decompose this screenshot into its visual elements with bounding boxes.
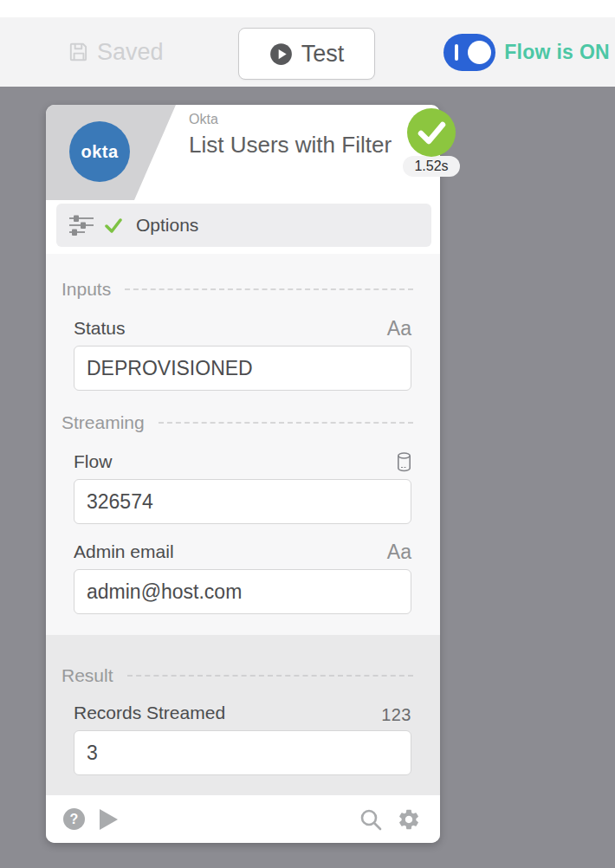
options-section: Options [46, 200, 440, 254]
streaming-section-header: Streaming [62, 411, 424, 434]
admin-email-field-label: Admin email [74, 541, 174, 562]
app-name-label: Okta [189, 112, 397, 127]
options-check-icon [105, 218, 122, 233]
header-text: Okta List Users with Filter [189, 112, 397, 160]
save-floppy-icon [68, 41, 90, 63]
top-strip [0, 0, 615, 17]
saved-label: Saved [97, 39, 164, 66]
flow-status-label: Flow is ON [504, 41, 610, 64]
database-icon [397, 452, 411, 472]
flow-toggle-group: Flow is ON [443, 17, 610, 87]
text-type-indicator: Aa [387, 542, 411, 562]
result-section-label: Result [62, 665, 113, 686]
sliders-icon [68, 214, 94, 236]
card-title: List Users with Filter [189, 129, 397, 160]
result-section-header: Result [62, 664, 424, 687]
inputs-streaming-panel: Inputs Status Aa Streaming Flow [46, 254, 440, 635]
section-divider [159, 422, 413, 424]
number-type-indicator: 123 [381, 706, 411, 723]
records-streamed-input[interactable] [74, 730, 411, 775]
test-label: Test [301, 41, 345, 68]
status-field: Status Aa [74, 313, 411, 391]
result-panel: Result Records Streamed 123 [46, 635, 440, 795]
execution-time-badge: 1.52s [403, 156, 460, 177]
toggle-knob [468, 41, 491, 64]
admin-email-field: Admin email Aa [74, 536, 411, 614]
options-label: Options [136, 215, 198, 236]
header-accent-diagonal [134, 105, 176, 200]
gear-icon[interactable] [397, 807, 421, 832]
inputs-section-label: Inputs [62, 279, 111, 300]
saved-button: Saved [68, 17, 164, 87]
card-header: okta Okta List Users with Filter 1.52s [46, 105, 440, 200]
play-icon[interactable] [100, 809, 118, 830]
options-bar[interactable]: Options [56, 204, 431, 247]
flow-input[interactable] [74, 479, 411, 524]
help-icon[interactable]: ? [63, 808, 85, 830]
execution-time: 1.52s [414, 159, 448, 174]
inputs-section-header: Inputs [62, 278, 424, 301]
search-icon[interactable] [359, 807, 383, 832]
flow-canvas: okta Okta List Users with Filter 1.52s [0, 87, 615, 868]
flow-on-toggle[interactable] [443, 34, 495, 71]
test-button[interactable]: Test [238, 28, 375, 80]
success-check-icon [407, 108, 456, 157]
streaming-section-label: Streaming [62, 412, 145, 433]
okta-logo-text: okta [81, 142, 118, 162]
status-field-label: Status [74, 318, 126, 339]
okta-logo: okta [69, 121, 130, 182]
toggle-on-bar [455, 44, 458, 61]
okta-action-card: okta Okta List Users with Filter 1.52s [46, 105, 440, 843]
records-streamed-field: Records Streamed 123 [74, 697, 411, 775]
test-play-icon [269, 42, 293, 66]
admin-email-input[interactable] [74, 569, 411, 614]
flow-field-label: Flow [74, 451, 112, 472]
text-type-indicator: Aa [387, 319, 411, 339]
section-divider [127, 675, 413, 677]
records-streamed-label: Records Streamed [74, 703, 225, 723]
card-footer: ? [46, 795, 440, 843]
flow-field: Flow [74, 446, 411, 524]
status-input[interactable] [74, 346, 411, 391]
section-divider [125, 288, 413, 290]
toolbar: Saved Test Flow is ON [0, 17, 615, 87]
